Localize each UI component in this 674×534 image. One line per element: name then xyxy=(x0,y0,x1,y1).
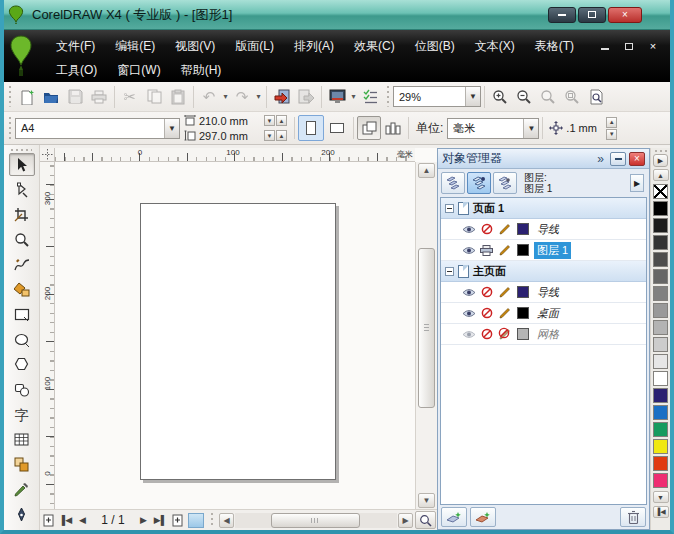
new-layer-button[interactable] xyxy=(441,507,467,527)
color-swatch[interactable] xyxy=(653,303,668,318)
editable-pencil-icon[interactable] xyxy=(497,285,512,299)
shape-tool[interactable] xyxy=(9,178,35,201)
palette-grip[interactable] xyxy=(655,148,667,153)
layer-color-swatch[interactable] xyxy=(517,286,529,298)
document-page[interactable] xyxy=(140,203,336,480)
non-editable-pencil-icon[interactable] xyxy=(497,327,512,341)
basic-shapes-tool[interactable] xyxy=(9,378,35,401)
zoom-in-button[interactable] xyxy=(488,85,512,109)
units-combobox[interactable]: 毫米 ▼ xyxy=(447,118,539,139)
visibility-eye-icon[interactable] xyxy=(461,243,476,257)
palette-flyout-button[interactable]: ▶ xyxy=(653,154,668,167)
layer-manager-view-button[interactable] xyxy=(493,172,517,194)
application-launcher-button[interactable] xyxy=(325,85,349,109)
tree-row-master-guides[interactable]: 导线 xyxy=(441,282,646,303)
menu-item-tools[interactable]: 工具(O) xyxy=(46,59,107,82)
menu-item-edit[interactable]: 编辑(E) xyxy=(105,35,165,58)
toolbar-grip[interactable] xyxy=(6,117,13,139)
toolbox-grip[interactable] xyxy=(11,147,32,152)
mdi-minimize-button[interactable] xyxy=(598,40,612,52)
undo-dropdown-arrow[interactable]: ▾ xyxy=(221,92,230,101)
menu-item-table[interactable]: 表格(T) xyxy=(525,35,584,58)
zoom-all-objects-button[interactable] xyxy=(560,85,584,109)
editable-pencil-icon[interactable] xyxy=(497,306,512,320)
show-object-properties-button[interactable] xyxy=(441,172,465,194)
navigator-button[interactable] xyxy=(415,511,436,529)
menu-item-window[interactable]: 窗口(W) xyxy=(107,59,170,82)
paper-height-spinner[interactable]: ▼▲ xyxy=(264,130,287,141)
table-tool[interactable] xyxy=(9,428,35,451)
menu-item-text[interactable]: 文本(X) xyxy=(465,35,525,58)
print-button[interactable] xyxy=(87,85,111,109)
zoom-selected-button[interactable] xyxy=(536,85,560,109)
scroll-down-button[interactable]: ▼ xyxy=(418,493,435,508)
interactive-blend-tool[interactable] xyxy=(9,453,35,476)
non-printable-icon[interactable] xyxy=(479,327,494,341)
launcher-dropdown-arrow[interactable]: ▾ xyxy=(349,92,358,101)
chevron-down-icon[interactable]: ▼ xyxy=(523,119,538,138)
scroll-left-button[interactable]: ◀ xyxy=(219,513,234,528)
zoom-tool[interactable] xyxy=(9,228,35,251)
last-page-button[interactable]: ▶▌ xyxy=(152,512,169,529)
visibility-eye-icon-disabled[interactable] xyxy=(461,327,476,341)
menu-item-view[interactable]: 视图(V) xyxy=(165,35,225,58)
portrait-button[interactable] xyxy=(298,115,324,141)
maximize-button[interactable] xyxy=(578,7,606,23)
docker-flyout-button[interactable]: ▶ xyxy=(630,174,644,192)
menu-item-file[interactable]: 文件(F) xyxy=(46,35,105,58)
scroll-right-button[interactable]: ▶ xyxy=(398,513,413,528)
nudge-offset-input[interactable]: .1 mm xyxy=(566,122,606,134)
editable-pencil-icon[interactable] xyxy=(497,222,512,236)
docker-collapse-button[interactable] xyxy=(610,152,626,166)
non-printable-icon[interactable] xyxy=(479,222,494,236)
zoom-to-page-button[interactable] xyxy=(584,85,608,109)
ellipse-tool[interactable] xyxy=(9,328,35,351)
visibility-eye-icon[interactable] xyxy=(461,306,476,320)
paste-button[interactable] xyxy=(166,85,190,109)
redo-dropdown-arrow[interactable]: ▾ xyxy=(254,92,263,101)
zoom-out-button[interactable] xyxy=(512,85,536,109)
horizontal-scroll-track[interactable] xyxy=(235,513,397,528)
redo-button[interactable]: ↷ xyxy=(230,85,254,109)
layer-color-swatch[interactable] xyxy=(517,244,529,256)
scroll-up-button[interactable]: ▲ xyxy=(418,163,435,178)
toolbar-grip[interactable] xyxy=(6,86,13,106)
color-swatch[interactable] xyxy=(653,439,668,454)
toolbar-grip[interactable] xyxy=(384,86,391,106)
vertical-scroll-thumb[interactable] xyxy=(418,248,435,408)
no-color-swatch[interactable] xyxy=(653,184,668,199)
import-button[interactable] xyxy=(270,85,294,109)
menu-item-bitmaps[interactable]: 位图(B) xyxy=(405,35,465,58)
chevron-down-icon[interactable]: ▼ xyxy=(465,87,480,106)
vertical-ruler[interactable]: 300 200 100 0 xyxy=(40,162,55,509)
menu-item-effects[interactable]: 效果(C) xyxy=(344,35,405,58)
docker-close-button[interactable]: × xyxy=(629,152,645,166)
open-button[interactable] xyxy=(39,85,63,109)
outline-pen-tool[interactable] xyxy=(9,503,35,526)
save-button[interactable] xyxy=(63,85,87,109)
mdi-restore-button[interactable] xyxy=(622,40,636,52)
horizontal-ruler[interactable]: 0 100 200 毫米 xyxy=(55,148,415,162)
copy-button[interactable] xyxy=(142,85,166,109)
color-swatch[interactable] xyxy=(653,218,668,233)
add-page-button-2[interactable] xyxy=(169,512,186,529)
ruler-origin[interactable] xyxy=(40,148,55,162)
palette-scroll-down-button[interactable]: ▼ xyxy=(653,491,669,503)
paper-width-spinner[interactable]: ▼▲ xyxy=(264,115,287,126)
polygon-tool[interactable] xyxy=(9,353,35,376)
tree-row-page-1[interactable]: 页面 1 xyxy=(441,198,646,219)
zoom-level-combobox[interactable]: 29% ▼ xyxy=(393,86,481,107)
color-swatch[interactable] xyxy=(653,456,668,471)
color-swatch[interactable] xyxy=(653,422,668,437)
scrollbar-grip[interactable] xyxy=(208,513,215,527)
color-swatch[interactable] xyxy=(653,252,668,267)
export-button[interactable] xyxy=(294,85,318,109)
add-page-button[interactable] xyxy=(40,512,57,529)
printable-printer-icon[interactable] xyxy=(479,243,494,257)
tree-row-guides-layer[interactable]: 导线 xyxy=(441,219,646,240)
all-pages-button[interactable] xyxy=(357,116,381,140)
first-page-button[interactable]: ▐◀ xyxy=(57,512,74,529)
menu-item-arrange[interactable]: 排列(A) xyxy=(284,35,344,58)
tree-row-layer-1[interactable]: 图层 1 xyxy=(441,240,646,261)
nudge-offset-spinner[interactable]: ▲▼ xyxy=(606,117,617,140)
